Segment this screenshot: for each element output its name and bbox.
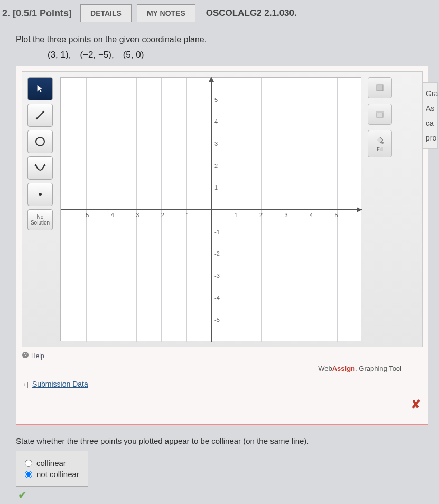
submission-data-row: + Submission Data bbox=[22, 380, 423, 388]
submission-data-link[interactable]: Submission Data bbox=[32, 380, 88, 388]
graph-widget: No Solution -5-4-3-2-112345-5-4-3-2-1123… bbox=[22, 71, 423, 347]
svg-point-10 bbox=[381, 142, 384, 144]
help-label: Help bbox=[31, 352, 44, 360]
question-number: 2. [0.5/1 Points] bbox=[2, 8, 72, 19]
brand-bold: Assign bbox=[332, 365, 355, 372]
svg-point-3 bbox=[36, 137, 44, 146]
radio-collinear-input[interactable] bbox=[25, 460, 32, 467]
plus-icon[interactable]: + bbox=[22, 382, 28, 388]
correct-icon: ✔ bbox=[18, 489, 428, 501]
right-toolbar: Fill bbox=[368, 77, 392, 341]
pointer-tool[interactable] bbox=[27, 77, 53, 100]
my-notes-button[interactable]: MY NOTES bbox=[137, 4, 195, 22]
help-link[interactable]: ? Help bbox=[22, 351, 423, 360]
radio-not-collinear-label: not collinear bbox=[36, 470, 79, 479]
incorrect-icon: ✘ bbox=[411, 398, 421, 412]
parabola-tool[interactable] bbox=[27, 156, 53, 180]
left-toolbar: No Solution bbox=[27, 77, 56, 341]
svg-rect-8 bbox=[377, 112, 383, 117]
prompt-text: Plot the three points on the given coord… bbox=[16, 35, 428, 44]
radio-not-collinear[interactable]: not collinear bbox=[25, 470, 79, 479]
radio-not-collinear-input[interactable] bbox=[25, 471, 32, 478]
side-text-2: As bbox=[426, 101, 436, 116]
line-tool[interactable] bbox=[27, 104, 53, 127]
question-header: 2. [0.5/1 Points] DETAILS MY NOTES OSCOL… bbox=[0, 0, 439, 26]
brand-pre: Web bbox=[318, 365, 332, 372]
point-tool[interactable] bbox=[27, 183, 53, 206]
side-hints-panel: Gra As ca pro bbox=[422, 82, 438, 149]
clear-button[interactable] bbox=[368, 104, 392, 125]
radio-collinear-label: collinear bbox=[36, 459, 66, 468]
question-reference: OSCOLALG2 2.1.030. bbox=[206, 8, 297, 18]
svg-rect-7 bbox=[377, 85, 383, 91]
points-list: (3, 1), (−2, −5), (5, 0) bbox=[48, 50, 428, 60]
radio-collinear[interactable]: collinear bbox=[25, 459, 79, 468]
brand-post: . Graphing Tool bbox=[355, 365, 401, 372]
side-text-4: pro bbox=[426, 130, 436, 145]
radio-group: collinear not collinear bbox=[16, 451, 88, 487]
help-icon: ? bbox=[22, 351, 29, 360]
graphing-tool-brand: WebAssign. Graphing Tool bbox=[22, 365, 401, 372]
side-text-3: ca bbox=[426, 116, 436, 130]
undo-button[interactable] bbox=[368, 77, 392, 98]
question-body: Plot the three points on the given coord… bbox=[0, 26, 439, 504]
coordinate-plane[interactable]: -5-4-3-2-112345-5-4-3-2-112345 bbox=[60, 77, 361, 341]
details-button[interactable]: DETAILS bbox=[80, 4, 132, 22]
collinear-question: State whether the three points you plott… bbox=[16, 436, 428, 445]
circle-tool[interactable] bbox=[27, 130, 53, 153]
fill-button[interactable]: Fill bbox=[368, 130, 392, 157]
side-text-1: Gra bbox=[426, 86, 436, 101]
no-solution-button[interactable]: No Solution bbox=[27, 209, 53, 230]
svg-rect-9 bbox=[376, 111, 384, 113]
fill-label: Fill bbox=[377, 146, 383, 152]
graph-container: No Solution -5-4-3-2-112345-5-4-3-2-1123… bbox=[16, 66, 428, 425]
svg-text:?: ? bbox=[24, 352, 27, 358]
svg-point-6 bbox=[39, 193, 42, 196]
